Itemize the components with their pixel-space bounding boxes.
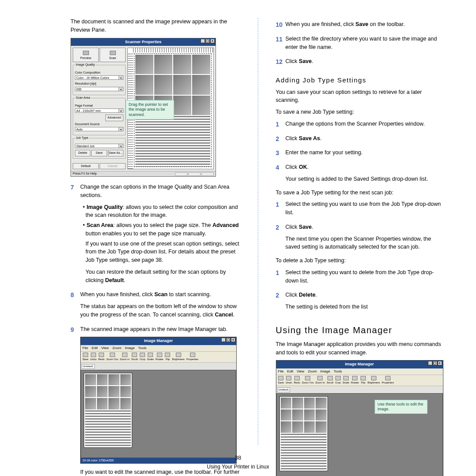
heading: Using the Image Manager bbox=[276, 324, 446, 337]
advanced-button[interactable]: Advanced bbox=[105, 115, 123, 121]
save-tool[interactable]: Save bbox=[278, 376, 284, 385]
menu-tools[interactable]: Tools bbox=[334, 369, 342, 374]
menu-edit[interactable]: Edit bbox=[92, 346, 98, 351]
canvas-area[interactable] bbox=[81, 370, 236, 458]
chevron-down-icon: ▾ bbox=[119, 109, 123, 112]
step-10: 10 When you are finished, click Save on … bbox=[276, 20, 446, 32]
properties-icon bbox=[385, 376, 390, 380]
toolbar: Save Undo Redo Zoom Out Zoom in Scroll C… bbox=[81, 352, 236, 363]
zoomout-tool[interactable]: Zoom Out bbox=[106, 353, 118, 361]
resolution-select[interactable]: 600▾ bbox=[75, 87, 123, 91]
window-title: Image Manager bbox=[144, 338, 173, 343]
step-text: Click Save. bbox=[286, 223, 446, 231]
menu-edit[interactable]: Edit bbox=[287, 369, 293, 374]
step-number: 4 bbox=[276, 163, 286, 187]
menu-image[interactable]: Image bbox=[125, 346, 134, 351]
undo-tool[interactable]: Undo bbox=[286, 376, 292, 385]
menu-view[interactable]: View bbox=[297, 369, 304, 374]
left-column: The document is scanned and the image pr… bbox=[71, 18, 240, 445]
window-close-button[interactable]: x bbox=[231, 338, 235, 342]
paragraph: You can save your scan option settings t… bbox=[276, 88, 446, 105]
save-button[interactable]: Save bbox=[91, 150, 107, 156]
delete-button[interactable]: Delete bbox=[75, 150, 90, 156]
brightness-tool[interactable]: Brightness bbox=[172, 353, 184, 361]
rotate-icon bbox=[157, 353, 162, 357]
zoomin-tool[interactable]: Zoom in bbox=[120, 353, 130, 361]
window-maximize-button[interactable]: ▢ bbox=[433, 361, 437, 365]
page-format-select[interactable]: A4 - 210x297 mm▾ bbox=[75, 108, 123, 113]
step-number: 3 bbox=[276, 149, 286, 160]
crop-tool[interactable]: Crop bbox=[335, 376, 341, 385]
preview-button[interactable]: Preview bbox=[73, 48, 99, 62]
properties-tool[interactable]: Properties bbox=[382, 376, 394, 385]
scroll-icon bbox=[327, 376, 333, 380]
crop-tool[interactable]: Crop bbox=[140, 353, 145, 361]
window-minimize-button[interactable]: _ bbox=[428, 361, 432, 365]
window-close-button[interactable]: x bbox=[210, 39, 215, 43]
undo-tool[interactable]: Undo bbox=[90, 353, 97, 361]
toolbar: Save Undo Redo Zoom Out Zoom in Scroll C… bbox=[276, 375, 443, 386]
properties-tool[interactable]: Properties bbox=[186, 353, 198, 361]
window-maximize-button[interactable]: ▢ bbox=[226, 338, 231, 342]
column-divider bbox=[258, 18, 258, 445]
menu-tools[interactable]: Tools bbox=[138, 346, 147, 351]
group-label: Job Type bbox=[75, 136, 89, 141]
step-12: 12 Click Save. bbox=[276, 57, 446, 69]
job-type-select[interactable]: Standard Job▾ bbox=[75, 144, 123, 148]
color-composition-select[interactable]: Color - 16 Million Colors▾ bbox=[75, 75, 123, 80]
scale-tool[interactable]: Scale bbox=[342, 376, 349, 385]
window-maximize-button[interactable]: ▢ bbox=[205, 39, 210, 43]
step-number: 2 bbox=[276, 223, 286, 255]
redo-icon bbox=[99, 353, 104, 357]
page-footer: 38 Using Your Printer in Linux bbox=[0, 454, 476, 471]
color-composition-label: Color Composition bbox=[75, 71, 123, 75]
default-button[interactable]: Default bbox=[73, 163, 99, 170]
scan-button[interactable]: Scan bbox=[100, 48, 126, 62]
step-number: 2 bbox=[276, 291, 286, 315]
rotate-tool[interactable]: Rotate bbox=[156, 353, 164, 361]
zoomin-tool[interactable]: Zoom in bbox=[316, 376, 325, 385]
preview-pane[interactable]: Drag the pointer to set the image area t… bbox=[127, 48, 214, 169]
callout-box: Use these tools to edit the image. bbox=[375, 400, 428, 414]
scroll-tool[interactable]: Scroll bbox=[131, 353, 138, 361]
scroll-tool[interactable]: Scroll bbox=[327, 376, 333, 385]
step-number: 7 bbox=[71, 183, 80, 288]
document-source-select[interactable]: Auto▾ bbox=[75, 127, 123, 131]
menu-file[interactable]: File bbox=[82, 346, 88, 351]
window-minimize-button[interactable]: _ bbox=[201, 39, 205, 43]
menu-file[interactable]: File bbox=[278, 369, 284, 374]
note: Your setting is added to the Saved Setti… bbox=[286, 175, 446, 183]
document-source-label: Document Source bbox=[75, 122, 123, 127]
scanner-properties-window: Scanner Properties _ ▢ x Preview Scan Im… bbox=[71, 38, 216, 177]
zoomout-tool[interactable]: Zoom Out bbox=[302, 376, 314, 385]
menu-zoom[interactable]: Zoom bbox=[112, 346, 121, 351]
window-minimize-button[interactable]: _ bbox=[221, 338, 226, 342]
menu-view[interactable]: View bbox=[101, 346, 109, 351]
zoomin-icon bbox=[317, 376, 323, 380]
callout-box: Drag the pointer to set the image area t… bbox=[126, 100, 174, 119]
scale-icon bbox=[343, 376, 349, 380]
brightness-tool[interactable]: Brightness bbox=[368, 376, 380, 385]
flip-tool[interactable]: Flip bbox=[361, 376, 366, 385]
cancel-button[interactable]: Cancel bbox=[100, 163, 126, 170]
crop-icon bbox=[335, 376, 341, 380]
redo-tool[interactable]: Redo bbox=[98, 353, 104, 361]
window-close-button[interactable]: x bbox=[438, 361, 442, 365]
flip-tool[interactable]: Flip bbox=[165, 353, 170, 361]
redo-tool[interactable]: Redo bbox=[294, 376, 300, 385]
group-label: Scan Area bbox=[75, 96, 91, 100]
save-tool[interactable]: Save bbox=[82, 353, 89, 361]
document-tab[interactable]: Untitled1 bbox=[277, 387, 290, 392]
properties-icon bbox=[190, 353, 195, 357]
menu-image[interactable]: Image bbox=[320, 369, 330, 374]
menu-zoom[interactable]: Zoom bbox=[308, 369, 316, 374]
page: The document is scanned and the image pr… bbox=[0, 0, 476, 445]
rotate-tool[interactable]: Rotate bbox=[351, 376, 359, 385]
undo-icon bbox=[91, 353, 96, 357]
brightness-icon bbox=[371, 376, 376, 380]
document-tab[interactable]: Untitled1 bbox=[82, 364, 95, 369]
save-as-button[interactable]: Save As... bbox=[108, 150, 123, 156]
scale-tool[interactable]: Scale bbox=[147, 353, 154, 361]
paragraph: The Image Manager application provides y… bbox=[276, 340, 446, 357]
note: The setting is deleted from the list bbox=[286, 303, 446, 311]
